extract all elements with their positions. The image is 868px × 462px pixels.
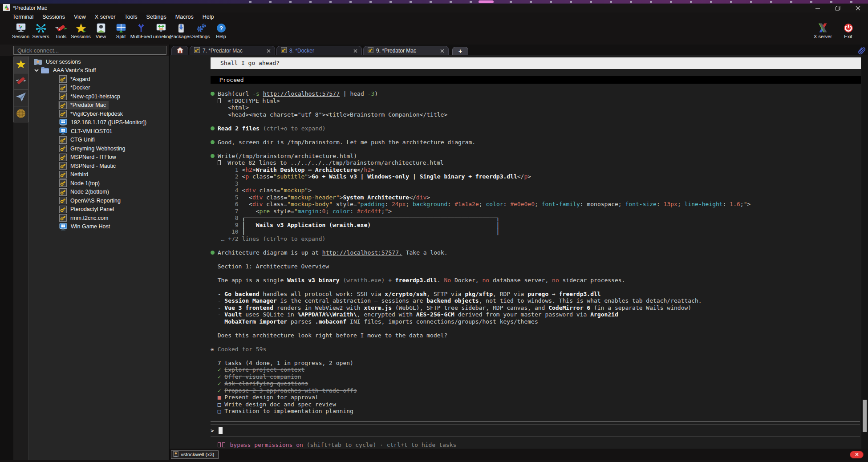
key-icon: [368, 47, 373, 54]
terminal-link[interactable]: http://localhost:57577: [263, 90, 340, 97]
terminal-line: 9 │ Wails v3 Application (wraith.exe) │: [211, 222, 861, 229]
tab-8-docker[interactable]: 8. *Docker: [276, 46, 362, 55]
scrollbar[interactable]: [861, 55, 868, 449]
tab-close-icon[interactable]: [353, 49, 357, 53]
session-item-netbird[interactable]: Netbird: [29, 170, 169, 179]
sidebar-icon-strip: [13, 56, 28, 460]
toolbar-x-server-button[interactable]: X server: [813, 22, 833, 39]
session-label: OpenVAS-Reporting: [70, 198, 121, 204]
user-badge[interactable]: vstockwell (x3): [171, 450, 219, 459]
toolbar-session-button[interactable]: Session: [11, 22, 31, 39]
tab-7-predator-mac[interactable]: 7. *Predator Mac: [190, 46, 275, 55]
terminal-prompt[interactable]: >: [211, 425, 861, 437]
session-item-rmm-t2cnc-com[interactable]: rmm.t2cnc.com: [29, 214, 169, 223]
key-icon: [59, 171, 67, 178]
menu-tools[interactable]: Tools: [120, 13, 142, 20]
terminal-line: - Vue 3 frontend renders in WebView2 wit…: [211, 304, 861, 312]
key-icon: [59, 197, 67, 204]
toolbar-settings-button[interactable]: Settings: [191, 22, 211, 39]
sidebar-tab-paper-plane-icon[interactable]: [13, 89, 28, 106]
menu-macros[interactable]: Macros: [171, 13, 198, 20]
toolbar-label: Split: [116, 34, 126, 39]
tab-close-icon[interactable]: [267, 49, 271, 53]
tab-close-icon[interactable]: [440, 49, 444, 53]
session-item-ctg-unifi[interactable]: CTG Unifi: [29, 136, 169, 145]
session-item-node-2-bottom[interactable]: Node 2(bottom): [29, 188, 169, 197]
menu-x-server[interactable]: X server: [90, 13, 120, 20]
home-tab[interactable]: [171, 46, 188, 55]
minimize-button[interactable]: [808, 4, 828, 12]
toolbar-sessions-button[interactable]: Sessions: [71, 22, 91, 39]
menu-help[interactable]: Help: [198, 13, 219, 20]
quick-connect-input[interactable]: [13, 46, 166, 55]
session-item-docker[interactable]: *Docker: [29, 84, 169, 93]
terminal-link[interactable]: http://localhost:57577.: [322, 249, 402, 256]
sidebar-tab-knife-icon[interactable]: [13, 73, 28, 89]
bottom-close-button[interactable]: [850, 451, 864, 458]
session-item-win-game-host[interactable]: Win Game Host: [29, 223, 169, 231]
sidebar-tab-globe-icon[interactable]: [13, 106, 28, 122]
assistant-bullet-icon: [211, 92, 215, 96]
toolbar-label: X server: [814, 34, 832, 39]
toolbar-packages-button[interactable]: Packages: [171, 22, 191, 39]
session-item-predator-mac[interactable]: *Predator Mac: [29, 101, 169, 110]
terminal-line: <html>: [211, 104, 861, 111]
session-label: User sessions: [46, 59, 81, 65]
home-icon: [176, 47, 184, 55]
toolbar-help-button[interactable]: ?Help: [211, 22, 231, 39]
terminal-line: □ Write design doc and spec review: [211, 401, 861, 408]
user-badge-label: vstockwell (x3): [181, 452, 214, 457]
session-item-pterodactyl-panel[interactable]: Pterodactyl Panel: [29, 205, 169, 214]
proceed-option[interactable]: Proceed: [211, 76, 861, 84]
toolbar-multiexec-button[interactable]: MultiExec: [131, 22, 151, 39]
toolbar-servers-button[interactable]: Servers: [31, 22, 51, 39]
menu-sessions[interactable]: Sessions: [38, 13, 69, 20]
toolbar-exit-button[interactable]: Exit: [838, 22, 858, 39]
session-item-node-1-top[interactable]: Node 1(top): [29, 179, 169, 188]
paper-plane-icon: [16, 92, 26, 104]
session-item-mspnerd-mautic[interactable]: MSPNerd - Mautic: [29, 162, 169, 170]
session-item-user-sessions[interactable]: User sessions: [29, 57, 169, 66]
session-item-mspnerd-itflow[interactable]: MSPNerd - ITFlow: [29, 153, 169, 162]
menu-bar: TerminalSessionsViewX serverToolsSetting…: [0, 12, 868, 21]
terminal-line: Wrote 82 lines to ../../../../tmp/brains…: [211, 159, 861, 166]
close-button[interactable]: [848, 4, 868, 12]
toolbar-view-button[interactable]: View: [91, 22, 111, 39]
session-item-new-cp01-heistacp[interactable]: *New-cp01-heistacp: [29, 92, 169, 101]
session-item-aaa-vantz-s-stuff[interactable]: AAA Vantz's Stuff: [29, 66, 169, 75]
sidebar-tab-star-icon[interactable]: [13, 57, 28, 73]
scrollbar-thumb[interactable]: [863, 400, 867, 432]
toolbar-tools-button[interactable]: Tools: [51, 22, 71, 39]
menu-terminal[interactable]: Terminal: [8, 13, 38, 20]
terminal[interactable]: Shall I go ahead? ProceedBash(curl -s ht…: [170, 55, 861, 449]
tab-label: 9. *Predator Mac: [376, 48, 438, 54]
toolbar-label: Tunneling: [150, 34, 172, 39]
monitor-icon: [59, 127, 67, 135]
session-item-asgard[interactable]: *Asgard: [29, 75, 169, 84]
toolbar-tunneling-button[interactable]: Tunneling: [151, 22, 171, 39]
terminal-line: - Vault uses SQLite in %APPDATA%\Wraith\…: [211, 311, 861, 318]
session-item-openvas-reporting[interactable]: OpenVAS-Reporting: [29, 196, 169, 205]
terminal-line: 10 │ │: [211, 228, 861, 235]
key-icon: [59, 136, 67, 144]
session-item-192-168-1-107-ups-monitor[interactable]: 192.168.1.107 ([UPS-Monitor]): [29, 118, 169, 127]
new-tab-button[interactable]: +: [452, 47, 468, 55]
session-item-greyming-webhosting[interactable]: Greyming Webhosting: [29, 144, 169, 153]
key-icon: [59, 188, 67, 196]
session-item-clt-vmhost01[interactable]: CLT-VMHOST01: [29, 127, 169, 136]
tab-9-predator-mac[interactable]: 9. *Predator Mac: [363, 46, 449, 55]
key-icon: [59, 145, 67, 152]
chevron-down-icon[interactable]: [34, 69, 40, 72]
session-label: *VigilCyber-Helpdesk: [70, 111, 123, 117]
terminal-line: 3: [211, 180, 861, 187]
toolbar-split-button[interactable]: Split: [111, 22, 131, 39]
user-folder-icon: [33, 58, 42, 65]
view-icon: [95, 22, 107, 33]
key-icon: [59, 179, 67, 187]
session-item-vigilcyber-helpdesk[interactable]: *VigilCyber-Helpdesk: [29, 109, 169, 118]
paperclip-icon[interactable]: [857, 46, 866, 55]
restore-button[interactable]: [828, 4, 848, 12]
menu-settings[interactable]: Settings: [142, 13, 171, 20]
menu-view[interactable]: View: [69, 13, 90, 20]
toolbar: SessionServersToolsSessionsViewSplitMult…: [0, 21, 868, 45]
